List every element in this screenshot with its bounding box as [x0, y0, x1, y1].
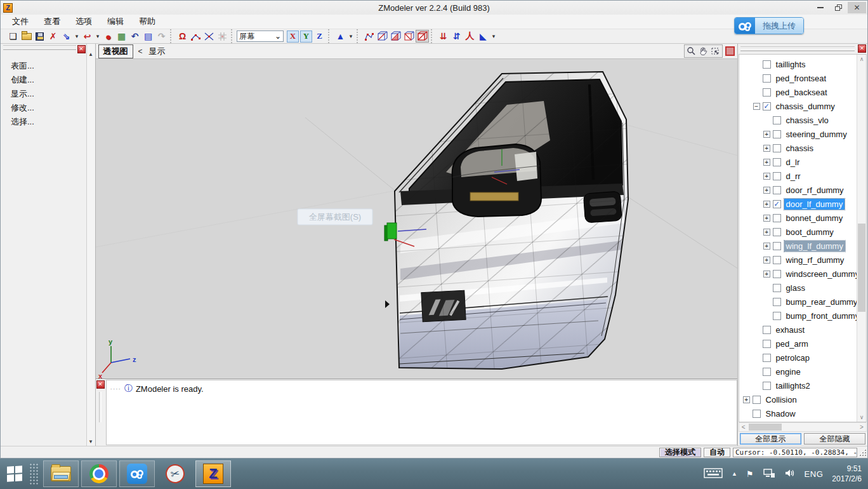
tree-item[interactable]: door_rf_dummy	[739, 183, 866, 197]
commands-menu-item[interactable]: 显示...	[11, 87, 95, 101]
viewport-3d[interactable]: 全屏幕截图(S) y z x	[96, 59, 737, 378]
tree-item-label[interactable]: door_rf_dummy	[784, 185, 846, 196]
scene-browser-button[interactable]: ▦	[115, 30, 128, 43]
material-editor-button[interactable]: ●	[102, 30, 115, 43]
taskbar-snipping-tool[interactable]: ✂	[157, 460, 193, 487]
tree-item-label[interactable]: exhaust	[774, 325, 807, 335]
selection-mode-button[interactable]: 选择模式	[659, 448, 701, 457]
tree-item-label[interactable]: bonnet_dummy	[784, 213, 845, 224]
save-button[interactable]	[33, 30, 46, 43]
open-file-button[interactable]	[20, 30, 33, 43]
scrollbar-thumb[interactable]	[858, 224, 865, 312]
tree-item[interactable]: bump_rear_dummy	[739, 295, 866, 309]
tree-item-label[interactable]: d_rr	[784, 171, 803, 182]
tree-item[interactable]: ped_frontseat	[739, 71, 866, 85]
export-dropdown-caret[interactable]: ▾	[73, 30, 81, 43]
tree-item[interactable]: taillights2	[739, 378, 866, 392]
expander-icon[interactable]	[763, 243, 770, 250]
panel-grip[interactable]	[3, 45, 76, 49]
vertices-mode-button[interactable]	[362, 30, 376, 43]
menu-item[interactable]: 选项	[68, 15, 100, 29]
touch-keyboard-button[interactable]	[704, 467, 723, 481]
tree-item[interactable]: d_lr	[739, 155, 866, 169]
expander-icon[interactable]	[753, 103, 760, 110]
tree-item[interactable]: wing_rf_dummy	[739, 253, 866, 267]
visibility-checkbox[interactable]	[773, 228, 781, 236]
tree-item-label[interactable]: bump_front_dummy	[784, 311, 862, 321]
zoom-region-button[interactable]	[709, 46, 721, 57]
scroll-up-icon[interactable]: ∧	[857, 56, 866, 62]
visibility-checkbox[interactable]	[763, 368, 771, 376]
log-window-button[interactable]: ▤	[141, 30, 155, 43]
tree-item-label[interactable]: wing_lf_dummy	[784, 241, 845, 251]
commands-menu-item[interactable]: 创建...	[11, 73, 95, 87]
commands-menu-item[interactable]: 表面...	[11, 59, 95, 73]
output-panel-close-button[interactable]: ✕	[96, 380, 105, 389]
export-button[interactable]: ⇘	[60, 30, 73, 43]
bones-button[interactable]: 人	[463, 30, 477, 43]
zoom-tool-button[interactable]	[685, 46, 697, 57]
expander-icon[interactable]	[763, 187, 770, 194]
expander-icon[interactable]	[763, 173, 770, 180]
tree-item-label[interactable]: d_lr	[784, 157, 802, 168]
tree-item-label[interactable]: bump_rear_dummy	[784, 297, 860, 307]
tree-item[interactable]: chassis_vlo	[739, 113, 866, 127]
panel-grip[interactable]	[99, 392, 102, 422]
visibility-checkbox[interactable]	[773, 270, 781, 278]
tree-item[interactable]: chassis_dummy	[739, 99, 866, 113]
visibility-checkbox[interactable]	[753, 396, 761, 404]
tree-horizontal-scrollbar[interactable]: < >	[739, 422, 867, 432]
visibility-checkbox[interactable]	[773, 144, 781, 152]
tree-item[interactable]: door_lf_dummy	[739, 197, 866, 211]
tree-item[interactable]: d_rr	[739, 169, 866, 183]
visibility-checkbox[interactable]	[773, 242, 781, 250]
commands-menu-item[interactable]: 修改...	[11, 101, 95, 115]
taskbar-baidu-cloud[interactable]	[119, 460, 155, 487]
tree-item[interactable]: petrolcap	[739, 351, 866, 365]
expander-icon[interactable]	[763, 131, 770, 138]
tree-item-label[interactable]: ped_backseat	[774, 87, 829, 98]
tree-item-label[interactable]: Shadow	[764, 408, 798, 419]
polygons-mode-button[interactable]	[402, 30, 416, 43]
tree-item-label[interactable]: chassis_vlo	[784, 115, 831, 126]
view-back-caret[interactable]: <	[138, 47, 143, 56]
vertex-snap-button[interactable]	[189, 30, 202, 43]
tree-item-label[interactable]: chassis_dummy	[774, 101, 837, 112]
delete-button[interactable]: ✗	[46, 30, 60, 43]
expander-icon[interactable]	[763, 145, 770, 152]
unweld-vertices-button[interactable]: ⇵	[450, 30, 463, 43]
tree-item[interactable]: Shadow	[739, 406, 866, 420]
expander-icon[interactable]	[763, 159, 770, 166]
tree-item[interactable]: steering_dummy	[739, 127, 866, 141]
car-door-model[interactable]	[386, 67, 634, 373]
visibility-checkbox[interactable]	[773, 312, 781, 320]
undo-button[interactable]: ↶	[128, 30, 141, 43]
scroll-right-icon[interactable]: >	[857, 423, 866, 431]
visibility-checkbox[interactable]	[763, 326, 771, 334]
visibility-checkbox[interactable]	[763, 354, 771, 362]
visibility-checkbox[interactable]	[773, 284, 781, 292]
volume-icon[interactable]	[784, 468, 796, 480]
objects-mode-button[interactable]	[416, 30, 429, 43]
commands-panel-close-button[interactable]: ✕	[77, 45, 86, 53]
visibility-checkbox[interactable]	[763, 74, 771, 83]
visibility-checkbox[interactable]	[763, 340, 771, 348]
hide-all-button[interactable]: 全部隐藏	[804, 433, 865, 445]
faces-mode-button[interactable]	[389, 30, 402, 43]
tree-vertical-scrollbar[interactable]: ∧ ∨	[857, 55, 866, 422]
weld-vertices-button[interactable]: ⇊	[437, 30, 450, 43]
scroll-down-icon[interactable]: ▼	[87, 439, 95, 445]
scene-tree-close-button[interactable]: ✕	[858, 44, 866, 53]
auto-mode-button[interactable]: 自动	[704, 448, 730, 457]
commands-scrollbar[interactable]: ▲ ▼	[86, 44, 95, 446]
tree-item-label[interactable]: Collision	[764, 394, 799, 405]
new-file-button[interactable]: ❏	[6, 30, 20, 43]
taskbar-file-explorer[interactable]	[43, 460, 79, 487]
panel-grip[interactable]	[740, 46, 855, 50]
tree-item[interactable]: glass	[739, 281, 866, 295]
tree-item-label[interactable]: taillights	[774, 59, 808, 70]
visibility-checkbox[interactable]	[773, 130, 781, 138]
visibility-checkbox[interactable]	[773, 172, 781, 180]
axis-y-toggle[interactable]: Y	[300, 30, 312, 43]
import-button[interactable]: ↩	[81, 30, 94, 43]
